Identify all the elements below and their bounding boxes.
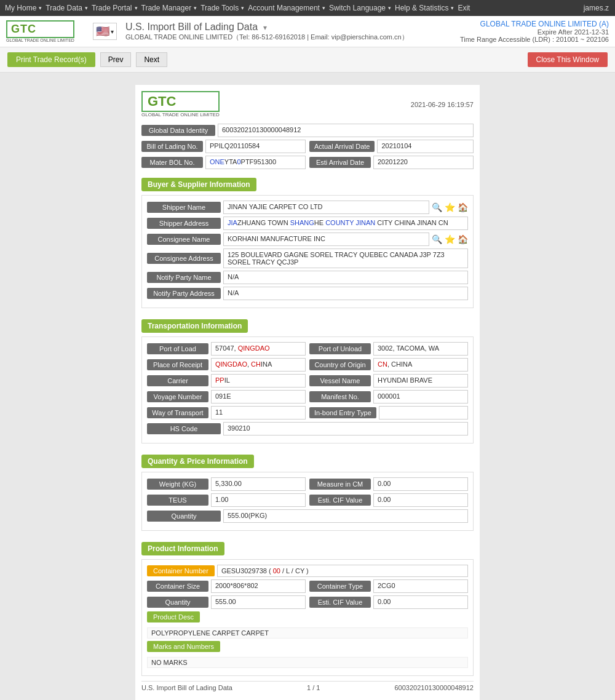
way-of-transport-value: 11 [211,406,306,420]
shipper-name-label: Shipper Name [147,202,221,213]
esti-arrival-label: Esti Arrival Date [309,157,371,168]
weight-col: Weight (KG) 5,330.00 [147,477,306,491]
nav-help-statistics[interactable]: Help & Statistics ▾ [395,4,455,12]
prev-button-top[interactable]: Prev [100,52,132,67]
way-transport-col: Way of Transport 11 [147,406,306,420]
shipper-address-label: Shipper Address [147,218,221,229]
voyage-col: Voyage Number 091E [147,390,306,404]
port-of-unload-label: Port of Unload [309,343,371,354]
nav-account-management[interactable]: Account Management ▾ [248,4,327,12]
page-title: U.S. Import Bill of Lading Data ▾ [125,22,460,33]
print-button-top[interactable]: Print Trade Record(s) [7,52,95,67]
quantity-section-header: Quantity & Price Information [141,455,254,468]
container-type-col: Container Type 2CG0 [309,579,468,593]
doc-footer-center: 1 / 1 [307,684,320,691]
consignee-name-row: Consignee Name KORHANI MANUFACTURE INC 🔍… [147,233,468,246]
country-of-origin-value: CN, CHINA [373,358,468,372]
consignee-name-label: Consignee Name [147,234,221,245]
main-document: GTC GLOBAL TRADE ONLINE LIMITED 2021-06-… [135,85,480,700]
esti-arrival-value: 20201220 [373,156,474,169]
inbond-col: In-bond Entry Type [309,406,468,420]
consignee-star-icon[interactable]: ⭐ [445,234,455,244]
port-of-load-label: Port of Load [147,343,208,354]
product-quantity-value: 555.00 [211,595,306,609]
shipper-home-icon[interactable]: 🏠 [458,202,468,212]
transportation-section-header: Transportation Information [141,319,248,333]
consignee-home-icon[interactable]: 🏠 [458,234,468,244]
company-link[interactable]: GLOBAL TRADE ONLINE LIMITED (A) [480,20,609,28]
actual-arrival-value: 20210104 [377,140,474,153]
nav-exit[interactable]: Exit [458,4,471,12]
mater-bol-col: Mater BOL No. ONEYTA0PTF951300 [141,156,306,169]
consignee-icons: 🔍 ⭐ 🏠 [432,234,468,244]
weight-value: 5,330.00 [211,477,306,491]
nav-trade-manager[interactable]: Trade Manager ▾ [141,4,199,12]
next-button-top[interactable]: Next [136,52,167,67]
quantity-row: Quantity 555.00(PKG) [147,509,468,523]
container-number-button[interactable]: Container Number [147,565,215,576]
buyer-supplier-section-header: Buyer & Supplier Information [141,178,256,191]
actual-arrival-label: Actual Arrival Date [309,141,375,152]
place-receipt-col: Place of Receipt QINGDAO, CHINA [147,358,306,372]
nav-trade-portal[interactable]: Trade Portal ▾ [92,4,139,12]
bol-no-label: Bill of Lading No. [141,141,203,152]
marks-button[interactable]: Marks and Numbers [147,641,220,652]
header-title-area: U.S. Import Bill of Lading Data ▾ GLOBAL… [125,22,460,42]
document-header: GTC GLOBAL TRADE ONLINE LIMITED 2021-06-… [141,91,474,117]
close-button-top[interactable]: Close This Window [528,52,608,67]
nav-switch-language[interactable]: Switch Language ▾ [329,4,392,12]
voyage-number-label: Voyage Number [147,391,208,402]
product-esti-cif-label: Esti. CIF Value [309,597,371,608]
quantity-value: 555.00(PKG) [223,509,468,523]
manifest-no-value: 000001 [373,390,468,404]
consignee-search-icon[interactable]: 🔍 [432,234,442,244]
transport-inbond-row: Way of Transport 11 In-bond Entry Type [147,406,468,420]
nav-trade-data[interactable]: Trade Data ▾ [46,4,89,12]
vessel-name-value: HYUNDAI BRAVE [373,374,468,388]
doc-footer-right: 600320210130000048912 [395,684,474,691]
nav-trade-tools[interactable]: Trade Tools ▾ [200,4,245,12]
global-data-identity-value: 600320210130000048912 [218,124,474,137]
port-load-col: Port of Load 57047, QINGDAO [147,342,306,356]
bol-no-value: PPILQ20110584 [205,140,306,153]
inbond-entry-value [379,406,468,420]
manifest-no-label: Manifest No. [309,391,371,402]
carrier-label: Carrier [147,375,208,386]
notify-party-name-label: Notify Party Name [147,272,221,283]
consignee-address-value: 125 BOULEVARD GAGNE SOREL TRACY QUEBEC C… [223,249,468,268]
product-qty-cif-row: Quantity 555.00 Esti. CIF Value 0.00 [147,595,468,609]
nav-my-home[interactable]: My Home ▾ [5,4,43,12]
notify-party-address-value: N/A [223,287,468,300]
port-row: Port of Load 57047, QINGDAO Port of Unlo… [147,342,468,356]
place-of-receipt-label: Place of Receipt [147,359,208,370]
esti-cif-label: Esti. CIF Value [309,495,371,506]
vessel-name-col: Vessel Name HYUNDAI BRAVE [309,374,468,388]
shipper-name-row: Shipper Name JINAN YAJIE CARPET CO LTD 🔍… [147,201,468,214]
marks-area: Marks and Numbers [147,641,468,654]
teus-cif-row: TEUS 1.00 Esti. CIF Value 0.00 [147,493,468,507]
username-label: james.z [584,4,609,12]
quantity-section-block: Weight (KG) 5,330.00 Measure in CM 0.00 … [141,472,474,531]
country-origin-col: Country of Origin CN, CHINA [309,358,468,372]
document-footer: U.S. Import Bill of Lading Data 1 / 1 60… [141,681,474,694]
shipper-search-icon[interactable]: 🔍 [432,202,442,212]
container-size-type-row: Container Size 2000*806*802 Container Ty… [147,579,468,593]
teus-label: TEUS [147,495,208,506]
container-type-value: 2CG0 [373,579,468,593]
carrier-vessel-row: Carrier PPIL Vessel Name HYUNDAI BRAVE [147,374,468,388]
expire-label: Expire After 2021-12-31 [460,28,609,36]
product-desc-button[interactable]: Product Desc [147,611,200,622]
bol-col: Bill of Lading No. PPILQ20110584 [141,140,306,153]
top-toolbar: Print Trade Record(s) Prev Next Close Th… [0,47,615,73]
consignee-address-row: Consignee Address 125 BOULEVARD GAGNE SO… [147,249,468,268]
mater-bol-label: Mater BOL No. [141,157,203,168]
hs-code-value: 390210 [223,422,468,436]
country-of-origin-label: Country of Origin [309,359,371,370]
shipper-address-row: Shipper Address JIAZHUANG TOWN SHANGHE C… [147,217,468,230]
language-flag-button[interactable]: 🇺🇸 ▾ [93,23,117,40]
shipper-star-icon[interactable]: ⭐ [445,202,455,212]
esti-cif-value: 0.00 [373,493,468,507]
doc-footer-left: U.S. Import Bill of Lading Data [141,684,232,691]
carrier-col: Carrier PPIL [147,374,306,388]
notify-party-name-row: Notify Party Name N/A [147,271,468,284]
